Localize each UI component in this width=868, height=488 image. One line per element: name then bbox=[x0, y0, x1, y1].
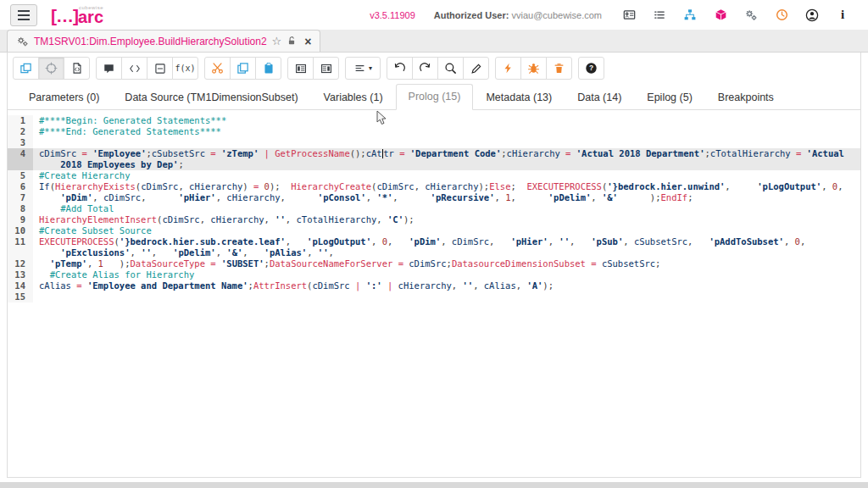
code-line-wrap[interactable]: 'pExclusions', '', 'pDelim', '&', 'pAlia… bbox=[8, 247, 860, 258]
clock-button[interactable] bbox=[766, 4, 797, 26]
trash-icon bbox=[554, 62, 565, 75]
menu-button[interactable] bbox=[10, 4, 37, 26]
delete-button[interactable] bbox=[546, 57, 572, 80]
tab-data[interactable]: Data (14) bbox=[565, 85, 634, 110]
code-line[interactable]: 6If(HierarchyExists(cDimSrc, cHierarchy)… bbox=[8, 181, 860, 192]
code-line[interactable]: 11EXECUTEPROCESS('}bedrock.hier.sub.crea… bbox=[8, 236, 860, 247]
code-text: #Add Total bbox=[33, 203, 860, 214]
authorized-user-label: Authorized User: bbox=[434, 10, 509, 20]
toolbar-button-group bbox=[204, 57, 281, 80]
outdent-button[interactable] bbox=[313, 57, 339, 80]
info-button[interactable]: i bbox=[827, 4, 858, 26]
editor-toolbar: f(x)▾? bbox=[8, 53, 860, 83]
list-icon bbox=[653, 9, 666, 21]
toolbar-button-group bbox=[495, 57, 572, 80]
code-line[interactable]: 7 'pDim', cDimSrc, 'pHier', cHierarchy, … bbox=[8, 192, 860, 203]
code-line[interactable]: 8 #Add Total bbox=[8, 203, 860, 214]
redo-button[interactable] bbox=[412, 57, 438, 80]
toolbar-button-group bbox=[387, 57, 489, 80]
code-line[interactable]: 12 'pTemp', 1 );DataSourceType = 'SUBSET… bbox=[8, 258, 860, 269]
edit-button[interactable] bbox=[463, 57, 489, 80]
code-line[interactable]: 14cAlias = 'Employee and Department Name… bbox=[8, 280, 860, 291]
code-line[interactable]: 15 bbox=[8, 291, 860, 302]
user-button[interactable] bbox=[797, 4, 827, 26]
crosshair-circle-icon bbox=[45, 62, 58, 75]
gears-icon bbox=[744, 8, 758, 21]
code-text: If(HierarchyExists(cDimSrc, cHierarchy) … bbox=[33, 181, 860, 192]
code-line[interactable]: 9HierarchyElementInsert(cDimSrc, cHierar… bbox=[8, 214, 860, 225]
collapse-button[interactable] bbox=[147, 57, 173, 80]
file-code-icon bbox=[71, 62, 83, 75]
list-button[interactable] bbox=[644, 4, 675, 26]
line-number: 11 bbox=[8, 236, 33, 247]
scissors-icon bbox=[211, 62, 224, 75]
help-button[interactable]: ? bbox=[578, 57, 604, 80]
format-button[interactable]: ▾ bbox=[345, 57, 381, 80]
code-line-wrap[interactable]: 2018 Employees by Dep'; bbox=[8, 159, 860, 170]
comments-button[interactable] bbox=[96, 57, 122, 80]
copy-button[interactable] bbox=[230, 57, 256, 80]
gears-button[interactable] bbox=[736, 4, 766, 26]
tab-parameters[interactable]: Parameters (0) bbox=[16, 85, 112, 110]
cube-button[interactable] bbox=[705, 4, 736, 26]
code-line[interactable]: 10#Create Subset Source bbox=[8, 225, 860, 236]
line-number bbox=[8, 247, 33, 258]
code-text: #****Begin: Generated Statements*** bbox=[33, 115, 860, 126]
indent-button[interactable] bbox=[287, 57, 314, 80]
comment-icon bbox=[103, 63, 115, 75]
code-editor[interactable]: 1#****Begin: Generated Statements***2#**… bbox=[8, 110, 860, 302]
tab-epilog[interactable]: Epilog (5) bbox=[634, 85, 705, 110]
code-text: cAlias = 'Employee and Department Name';… bbox=[33, 280, 860, 291]
info-icon: i bbox=[841, 8, 844, 22]
tab-breakpoints[interactable]: Breakpoints bbox=[705, 85, 787, 110]
functions-button[interactable]: f(x) bbox=[172, 57, 198, 80]
user-icon bbox=[805, 8, 819, 22]
line-number: 2 bbox=[8, 126, 33, 137]
line-number: 1 bbox=[8, 115, 33, 126]
code-button[interactable] bbox=[121, 57, 147, 80]
hierarchy-button[interactable] bbox=[675, 4, 705, 26]
close-tab-icon[interactable]: × bbox=[304, 35, 311, 48]
favorite-star-icon[interactable]: ☆ bbox=[272, 36, 282, 47]
code-line[interactable]: 13 #Create Alias for Hierarchy bbox=[8, 269, 860, 280]
line-number: 15 bbox=[8, 291, 33, 302]
id-card-button[interactable] bbox=[614, 4, 644, 26]
code-text: 2018 Employees by Dep'; bbox=[33, 159, 860, 170]
format-lines-icon bbox=[353, 63, 366, 74]
cut-button[interactable] bbox=[204, 57, 231, 80]
search-button[interactable] bbox=[437, 57, 464, 80]
clipboard-icon bbox=[263, 62, 275, 75]
outdent-icon bbox=[320, 63, 333, 75]
code-text: #Create Hierarchy bbox=[33, 170, 860, 181]
view-source-button[interactable] bbox=[64, 57, 90, 80]
code-icon bbox=[128, 63, 142, 75]
chevron-down-icon: ▾ bbox=[369, 64, 372, 72]
save-button[interactable] bbox=[13, 57, 39, 80]
code-text: #****End: Generated Statements**** bbox=[33, 126, 860, 137]
process-document-tab[interactable]: TM1SRV01:Dim.Employee.BuildHierarchySolu… bbox=[7, 30, 320, 52]
tab-metadata[interactable]: Metadata (13) bbox=[473, 85, 565, 110]
line-number bbox=[8, 159, 33, 170]
hamburger-icon bbox=[18, 10, 30, 20]
debug-button[interactable] bbox=[520, 57, 547, 80]
code-line[interactable]: 3 bbox=[8, 137, 860, 148]
code-line[interactable]: 5#Create Hierarchy bbox=[8, 170, 860, 181]
run-button[interactable] bbox=[495, 57, 521, 80]
code-line[interactable]: 4cDimSrc = 'Employee';cSubsetSrc = 'zTem… bbox=[8, 148, 860, 159]
target-button[interactable] bbox=[38, 57, 64, 80]
code-text bbox=[33, 291, 860, 302]
copy-pages-icon bbox=[236, 62, 249, 75]
tab-data[interactable]: Data Source (TM1DimensionSubset) bbox=[112, 85, 310, 110]
redo-icon bbox=[419, 62, 431, 75]
paste-button[interactable] bbox=[255, 57, 281, 80]
logo-bracket: […] bbox=[51, 8, 78, 25]
tab-variables[interactable]: Variables (1) bbox=[311, 85, 396, 110]
undo-button[interactable] bbox=[387, 57, 413, 80]
line-number: 13 bbox=[8, 269, 33, 280]
tab-prolog[interactable]: Prolog (15) bbox=[396, 84, 474, 110]
code-line[interactable]: 2#****End: Generated Statements**** bbox=[8, 126, 860, 137]
line-number: 10 bbox=[8, 225, 33, 236]
unlock-icon[interactable] bbox=[287, 36, 298, 47]
line-number: 4 bbox=[8, 148, 33, 159]
code-line[interactable]: 1#****Begin: Generated Statements*** bbox=[8, 115, 860, 126]
